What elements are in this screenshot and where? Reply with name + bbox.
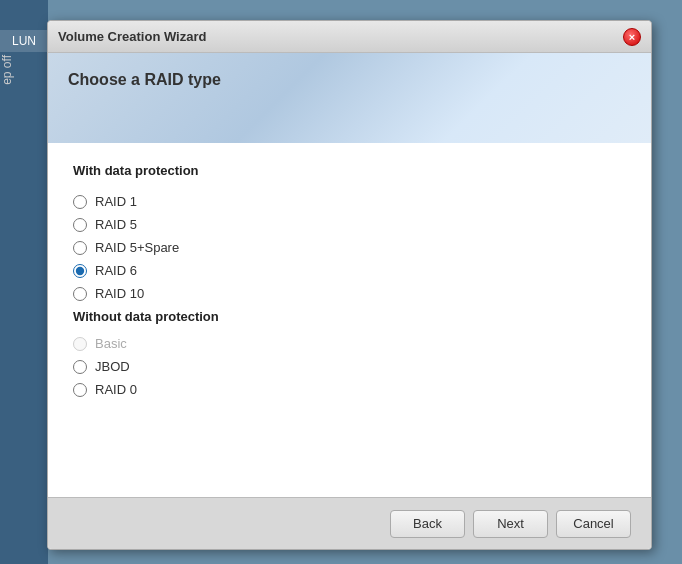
raid5-option[interactable]: RAID 5 xyxy=(73,217,626,232)
raid6-option[interactable]: RAID 6 xyxy=(73,263,626,278)
dialog-footer: Back Next Cancel xyxy=(48,497,651,549)
raid5spare-option[interactable]: RAID 5+Spare xyxy=(73,240,626,255)
basic-radio[interactable] xyxy=(73,337,87,351)
raid1-option[interactable]: RAID 1 xyxy=(73,194,626,209)
dialog-titlebar: Volume Creation Wizard × xyxy=(48,21,651,53)
jbod-option[interactable]: JBOD xyxy=(73,359,626,374)
raid0-option[interactable]: RAID 0 xyxy=(73,382,626,397)
raid5spare-label: RAID 5+Spare xyxy=(95,240,179,255)
basic-label: Basic xyxy=(95,336,127,351)
basic-option[interactable]: Basic xyxy=(73,336,626,351)
cancel-button[interactable]: Cancel xyxy=(556,510,631,538)
raid10-radio[interactable] xyxy=(73,287,87,301)
dialog-banner: Choose a RAID type xyxy=(48,53,651,143)
next-button[interactable]: Next xyxy=(473,510,548,538)
raid6-label: RAID 6 xyxy=(95,263,137,278)
raid10-label: RAID 10 xyxy=(95,286,144,301)
dialog: Volume Creation Wizard × Choose a RAID t… xyxy=(47,20,652,550)
raid5spare-radio[interactable] xyxy=(73,241,87,255)
jbod-radio[interactable] xyxy=(73,360,87,374)
dialog-banner-title: Choose a RAID type xyxy=(68,71,221,89)
raid0-radio[interactable] xyxy=(73,383,87,397)
back-button[interactable]: Back xyxy=(390,510,465,538)
dialog-form: With data protection RAID 1 RAID 5 RAID … xyxy=(48,143,651,497)
background-panel: ep off xyxy=(0,0,48,564)
close-button[interactable]: × xyxy=(623,28,641,46)
dialog-content: Choose a RAID type With data protection … xyxy=(48,53,651,549)
raid0-label: RAID 0 xyxy=(95,382,137,397)
raid1-label: RAID 1 xyxy=(95,194,137,209)
without-protection-label: Without data protection xyxy=(73,309,626,324)
jbod-label: JBOD xyxy=(95,359,130,374)
dialog-title: Volume Creation Wizard xyxy=(58,29,206,44)
with-protection-label: With data protection xyxy=(73,163,626,178)
lun-tab: LUN xyxy=(0,30,48,52)
raid1-radio[interactable] xyxy=(73,195,87,209)
raid5-radio[interactable] xyxy=(73,218,87,232)
raid5-label: RAID 5 xyxy=(95,217,137,232)
ep-off-label: ep off xyxy=(0,55,24,85)
raid6-radio[interactable] xyxy=(73,264,87,278)
raid10-option[interactable]: RAID 10 xyxy=(73,286,626,301)
